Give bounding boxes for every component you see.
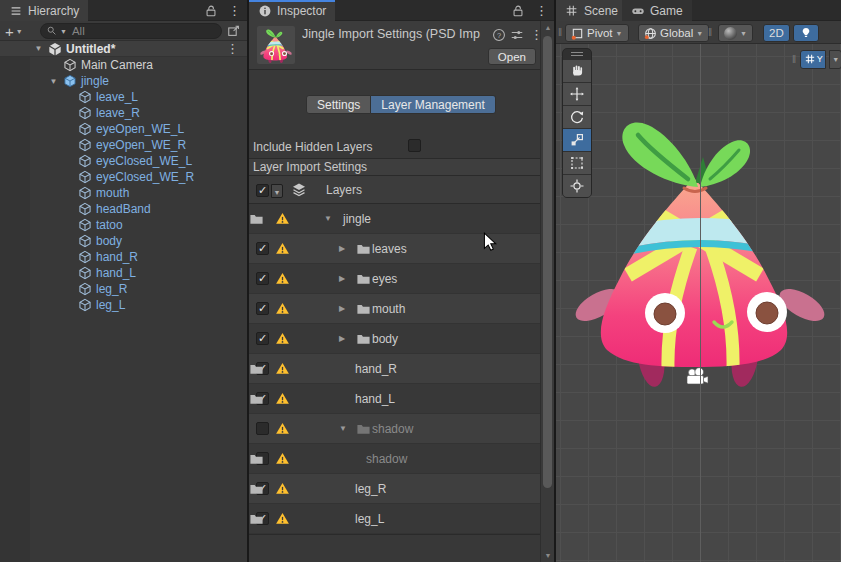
layer-row-jingle-0[interactable]: ▼ jingle [249, 204, 540, 234]
pivot-dropdown[interactable]: Pivot ▼ [565, 24, 629, 42]
kebab-menu-icon[interactable]: ⋮ [226, 42, 239, 55]
layer-row-leg_l-10[interactable]: leg_L [249, 504, 540, 534]
hierarchy-icon [9, 4, 23, 18]
hierarchy-item-leave_r[interactable]: leave_R ⋮ [0, 105, 247, 121]
layer-row-leg_r-9[interactable]: leg_R [249, 474, 540, 504]
layers-checkbox-caret[interactable]: ▼ [271, 184, 283, 198]
hierarchy-item-jingle[interactable]: ▼ jingle ⋮ [0, 73, 247, 89]
layer-checkbox[interactable] [256, 332, 269, 345]
grid-visibility-button[interactable]: Y [800, 50, 826, 69]
expand-arrow-icon[interactable]: ▼ [48, 77, 59, 86]
layer-checkbox[interactable] [256, 272, 269, 285]
kebab-menu-icon[interactable]: ⋮ [535, 4, 548, 17]
lock-icon[interactable] [204, 4, 218, 18]
hierarchy-item-leg_r[interactable]: leg_R ⋮ [0, 281, 247, 297]
tool-move[interactable] [563, 83, 591, 105]
layer-row-mouth-3[interactable]: ▶ mouth [249, 294, 540, 324]
expand-arrow-icon[interactable]: ▶ [339, 304, 345, 313]
camera-gizmo-icon[interactable] [684, 366, 710, 388]
tab-layer-management[interactable]: Layer Management [371, 95, 495, 114]
layer-row-shadow-8[interactable]: shadow [249, 444, 540, 474]
chevron-down-icon: ▼ [16, 28, 23, 35]
asset-header: Jingle Import Settings (PSD Imp ⋮ Open [249, 21, 554, 70]
tab-hierarchy[interactable]: Hierarchy [0, 0, 88, 21]
object-icon [78, 218, 92, 232]
hierarchy-item-tatoo[interactable]: tatoo ⋮ [0, 217, 247, 233]
tool-scale[interactable] [563, 129, 591, 151]
hierarchy-item-body[interactable]: body ⋮ [0, 233, 247, 249]
help-icon[interactable] [492, 28, 506, 42]
scene-viewport[interactable] [556, 44, 841, 562]
tool-rect[interactable] [563, 152, 591, 174]
hierarchy-item-hand_r[interactable]: hand_R ⋮ [0, 249, 247, 265]
add-object-button[interactable]: + ▼ [5, 22, 31, 40]
shading-mode-dropdown[interactable]: ▼ [718, 24, 753, 42]
layer-checkbox[interactable] [256, 422, 269, 435]
layer-row-hand_r-5[interactable]: hand_R [249, 354, 540, 384]
hierarchy-item-label: mouth [96, 186, 129, 200]
tab-settings[interactable]: Settings [306, 95, 371, 114]
layer-checkbox[interactable] [256, 242, 269, 255]
layers-master-checkbox[interactable] [256, 184, 269, 197]
lock-icon[interactable] [511, 4, 525, 18]
toolbar-drag-handle[interactable]: ‖ [708, 27, 713, 38]
grid-options-caret[interactable]: ▼ [829, 50, 841, 69]
hierarchy-item-eyeclosed_we_l[interactable]: eyeClosed_WE_L ⋮ [0, 153, 247, 169]
hierarchy-item-main-camera[interactable]: Main Camera ⋮ [0, 57, 247, 73]
scene-lighting-button[interactable] [793, 24, 819, 42]
tool-icon [569, 155, 585, 171]
tab-game[interactable]: Game [622, 0, 692, 21]
presets-icon[interactable] [510, 28, 524, 42]
layer-row-eyes-2[interactable]: ▶ eyes [249, 264, 540, 294]
toolbar-drag-handle[interactable]: ‖ [558, 27, 563, 38]
tool-hand[interactable] [563, 60, 591, 82]
object-icon [63, 74, 77, 88]
expand-arrow-icon[interactable]: ▼ [33, 44, 44, 53]
expand-arrow-icon[interactable]: ▶ [339, 274, 345, 283]
layer-row-hand_l-6[interactable]: hand_L [249, 384, 540, 414]
object-icon [78, 266, 92, 280]
search-scope-caret-icon[interactable]: ▼ [60, 28, 67, 35]
hierarchy-item-headband[interactable]: headBand ⋮ [0, 201, 247, 217]
folder-icon [356, 271, 371, 286]
search-input[interactable]: ▼ All [40, 23, 222, 39]
object-icon [78, 138, 92, 152]
include-hidden-layers-checkbox[interactable] [408, 139, 421, 152]
hierarchy-item-hand_l[interactable]: hand_L ⋮ [0, 265, 247, 281]
tab-scene[interactable]: Scene [556, 0, 627, 21]
tab-inspector[interactable]: Inspector [249, 0, 335, 21]
expand-arrow-icon[interactable]: ▶ [339, 244, 345, 253]
hierarchy-item-eyeclosed_we_r[interactable]: eyeClosed_WE_R ⋮ [0, 169, 247, 185]
object-icon [63, 58, 77, 72]
scroll-down-icon[interactable]: ▼ [541, 552, 555, 559]
hierarchy-item-untitled-[interactable]: ▼ Untitled* ⋮ [0, 41, 247, 57]
layer-row-body-4[interactable]: ▶ body [249, 324, 540, 354]
kebab-menu-icon[interactable]: ⋮ [228, 4, 241, 17]
layer-checkbox[interactable] [256, 302, 269, 315]
open-button[interactable]: Open [488, 48, 536, 65]
inspector-scrollbar[interactable]: ▲ ▼ [540, 21, 554, 562]
expand-arrow-icon[interactable]: ▼ [339, 424, 347, 433]
scroll-up-icon[interactable]: ▲ [541, 24, 555, 31]
object-icon [78, 122, 92, 136]
layer-row-shadow-7[interactable]: ▼ shadow [249, 414, 540, 444]
expand-arrow-icon[interactable]: ▶ [339, 334, 345, 343]
hierarchy-item-mouth[interactable]: mouth ⋮ [0, 185, 247, 201]
mode-2d-button[interactable]: 2D [763, 24, 790, 42]
hierarchy-tree: ▼ Untitled* ⋮ Main Camera ⋮ ▼ jingle ⋮ l… [0, 41, 247, 562]
global-dropdown[interactable]: Global ▼ [638, 24, 709, 42]
expand-arrow-icon[interactable]: ▼ [324, 214, 332, 223]
scrollbar-thumb[interactable] [543, 36, 552, 488]
grid-axis-label: Y [817, 54, 823, 64]
hierarchy-item-leave_l[interactable]: leave_L ⋮ [0, 89, 247, 105]
hierarchy-item-leg_l[interactable]: leg_L ⋮ [0, 297, 247, 313]
pivot-icon [571, 27, 584, 40]
tool-transform[interactable] [563, 175, 591, 197]
hierarchy-item-eyeopen_we_l[interactable]: eyeOpen_WE_L ⋮ [0, 121, 247, 137]
search-window-icon[interactable] [227, 24, 241, 38]
tool-rotate[interactable] [563, 106, 591, 128]
grid-toolbar-handle[interactable]: ‖ [792, 54, 797, 65]
scene-tab-label: Scene [584, 4, 618, 18]
hierarchy-item-eyeopen_we_r[interactable]: eyeOpen_WE_R ⋮ [0, 137, 247, 153]
tools-drag-handle[interactable] [563, 49, 591, 59]
